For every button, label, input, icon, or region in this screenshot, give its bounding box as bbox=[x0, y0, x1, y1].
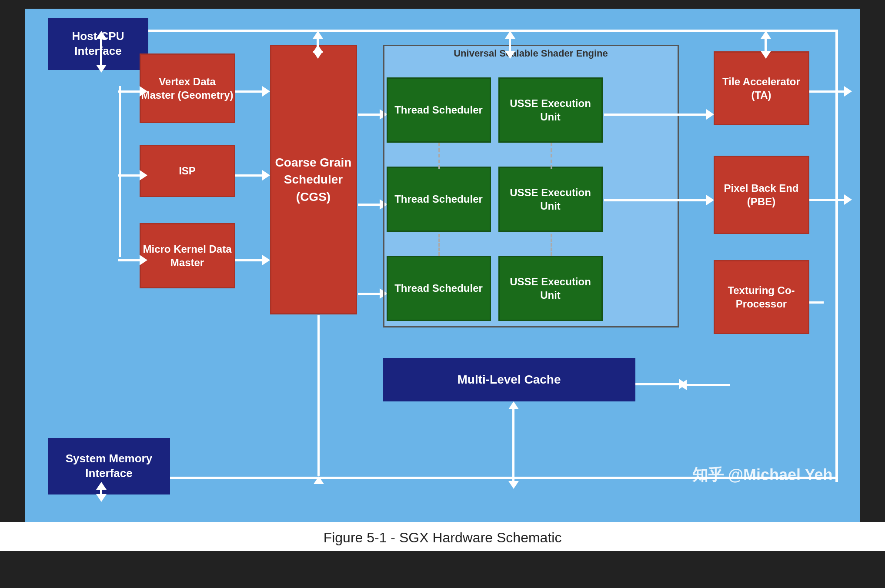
arrowhead-down bbox=[508, 481, 519, 489]
arrowhead bbox=[313, 45, 323, 53]
arrow-sysmem-bottom bbox=[96, 482, 107, 502]
arrow-line bbox=[118, 90, 140, 93]
arrow-line bbox=[512, 409, 514, 481]
arrow-line bbox=[809, 199, 844, 201]
usse-eu-2-box: USSE Execution Unit bbox=[498, 167, 603, 232]
arrow-eu2-pbe bbox=[604, 195, 714, 205]
cgs-box: Coarse Grain Scheduler (CGS) bbox=[270, 45, 357, 314]
right-vert-bar bbox=[835, 30, 838, 482]
arrowhead bbox=[140, 86, 147, 97]
sys-mem-label: System Memory Interface bbox=[50, 451, 169, 481]
left-vert-bar bbox=[119, 86, 121, 257]
arrow-line bbox=[317, 315, 320, 476]
arrowhead-up bbox=[508, 401, 519, 409]
arrow-line bbox=[358, 114, 380, 116]
mlc-label: Multi-Level Cache bbox=[457, 373, 561, 387]
arrow-to-vertex bbox=[118, 86, 147, 97]
arrow-cgs-up bbox=[313, 45, 323, 53]
arrow-ta-right bbox=[809, 86, 852, 97]
arrowhead bbox=[262, 255, 270, 265]
arrow-line bbox=[235, 174, 262, 177]
dashed-ts-1 bbox=[438, 143, 440, 169]
arrow-host-cpu-top bbox=[96, 31, 107, 73]
vertex-label: Vertex Data Master (Geometry) bbox=[141, 75, 234, 102]
pbe-label: Pixel Back End (PBE) bbox=[715, 181, 808, 208]
arrowhead bbox=[262, 170, 270, 180]
arrowhead bbox=[314, 476, 324, 484]
arrowhead bbox=[844, 194, 852, 205]
arrowhead bbox=[706, 195, 714, 205]
arrowhead bbox=[679, 379, 687, 389]
arrow-line bbox=[100, 39, 102, 65]
cgs-label: Coarse Grain Scheduler (CGS) bbox=[271, 154, 356, 205]
dashed-eu-2 bbox=[551, 234, 552, 256]
usse-eu-3-box: USSE Execution Unit bbox=[498, 256, 603, 321]
eu1-label: USSE Execution Unit bbox=[500, 97, 601, 124]
arrow-line bbox=[118, 174, 140, 177]
arrow-to-microkernel bbox=[118, 255, 147, 265]
pixel-back-end-box: Pixel Back End (PBE) bbox=[714, 156, 809, 234]
arrowhead-up bbox=[505, 31, 515, 39]
arrow-line bbox=[118, 259, 140, 261]
usse-eu-1-box: USSE Execution Unit bbox=[498, 77, 603, 143]
arrowhead bbox=[706, 109, 714, 120]
microkernel-box: Micro Kernel Data Master bbox=[140, 223, 235, 288]
dashed-eu-1 bbox=[551, 143, 552, 169]
arrowhead-up bbox=[96, 482, 107, 490]
tile-accelerator-box: Tile Accelerator (TA) bbox=[714, 51, 809, 125]
arrowhead-up bbox=[313, 31, 323, 39]
thread-scheduler-3-box: Thread Scheduler bbox=[387, 256, 491, 321]
arrow-line bbox=[235, 259, 262, 261]
top-bus-bar bbox=[148, 30, 837, 32]
arrowhead-down bbox=[505, 51, 515, 59]
arrow-pbe-right bbox=[809, 194, 852, 205]
tex-label: Texturing Co-Processor bbox=[715, 284, 808, 311]
arrowhead-up bbox=[96, 31, 107, 39]
arrow-line bbox=[235, 90, 262, 93]
diagram-area: Host CPU Interface Vertex Data Master (G… bbox=[25, 9, 860, 522]
arrow-to-isp bbox=[118, 170, 147, 180]
texturing-box: Texturing Co-Processor bbox=[714, 260, 809, 334]
dashed-ts-2 bbox=[438, 234, 440, 256]
arrowhead bbox=[140, 170, 147, 180]
arrow-isp-cgs bbox=[235, 170, 270, 180]
diagram-wrapper: Host CPU Interface Vertex Data Master (G… bbox=[0, 0, 885, 551]
arrow-line bbox=[687, 384, 730, 386]
microkernel-label: Micro Kernel Data Master bbox=[141, 242, 234, 269]
isp-label: ISP bbox=[179, 164, 196, 177]
thread-scheduler-1-box: Thread Scheduler bbox=[387, 77, 491, 143]
arrowhead bbox=[844, 86, 852, 97]
thread-scheduler-2-box: Thread Scheduler bbox=[387, 167, 491, 232]
arrow-line bbox=[604, 199, 706, 201]
arrow-cgs-bottom bbox=[314, 315, 324, 484]
arrowhead-down bbox=[96, 494, 107, 502]
arrowhead-up bbox=[761, 31, 771, 39]
arrow-eu1-ta bbox=[604, 109, 714, 120]
sys-mem-interface-box: System Memory Interface bbox=[48, 438, 170, 494]
multi-level-cache-box: Multi-Level Cache bbox=[383, 358, 635, 401]
arrow-usse-mlc bbox=[635, 379, 687, 389]
arrow-line bbox=[635, 383, 679, 385]
eu2-label: USSE Execution Unit bbox=[500, 186, 601, 213]
ts3-label: Thread Scheduler bbox=[394, 281, 483, 295]
arrow-mlc-bottom bbox=[508, 401, 519, 489]
isp-box: ISP bbox=[140, 145, 235, 197]
watermark: 知乎 @Michael Yeh bbox=[692, 464, 833, 486]
arrow-vertex-cgs bbox=[235, 86, 270, 97]
arrowhead bbox=[262, 86, 270, 97]
arrowhead bbox=[140, 255, 147, 265]
ts1-label: Thread Scheduler bbox=[394, 103, 483, 117]
arrowhead-down bbox=[761, 51, 771, 59]
arrow-mk-cgs bbox=[235, 255, 270, 265]
arrow-line bbox=[509, 39, 511, 51]
arrow-usse-top bbox=[505, 31, 515, 59]
arrow-line bbox=[809, 90, 844, 93]
arrow-line bbox=[358, 204, 380, 206]
eu3-label: USSE Execution Unit bbox=[500, 275, 601, 302]
caption-text: Figure 5-1 - SGX Hardware Schematic bbox=[324, 530, 562, 545]
ta-label: Tile Accelerator (TA) bbox=[715, 75, 808, 102]
usse-title: Universal Scalable Shader Engine bbox=[384, 45, 678, 59]
arrow-line bbox=[100, 490, 102, 494]
watermark-text: 知乎 @Michael Yeh bbox=[692, 466, 833, 484]
vertex-data-master-box: Vertex Data Master (Geometry) bbox=[140, 53, 235, 123]
